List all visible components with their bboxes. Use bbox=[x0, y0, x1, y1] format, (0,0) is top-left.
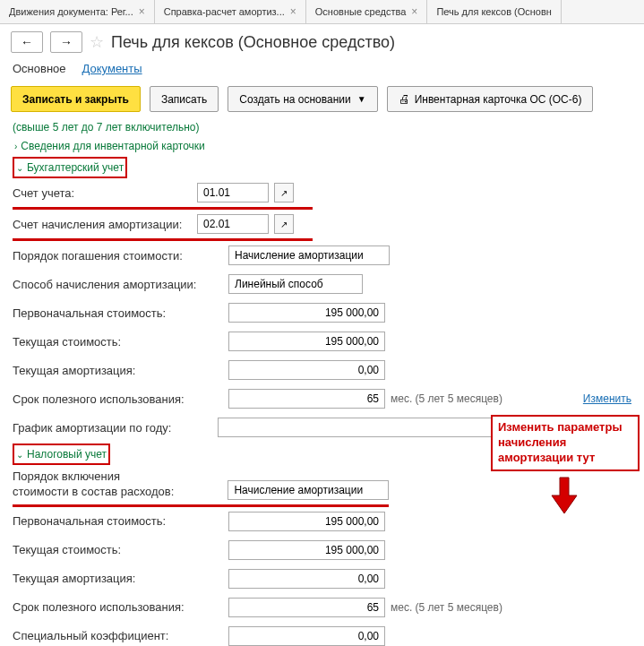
useful-life-input[interactable] bbox=[228, 389, 385, 409]
useful-life-row: Срок полезного использования: мес. (5 ле… bbox=[13, 384, 631, 413]
write-button[interactable]: Записать bbox=[150, 86, 219, 112]
svg-marker-0 bbox=[552, 478, 577, 513]
useful-life-label: Срок полезного использования: bbox=[13, 392, 223, 406]
tab-0[interactable]: Движения документа: Рег...× bbox=[0, 0, 155, 23]
tax-include-input[interactable] bbox=[228, 480, 389, 500]
tax-current-cost-label: Текущая стоимость: bbox=[13, 543, 223, 556]
title-bar: ← → ☆ Печь для кексов (Основное средство… bbox=[0, 24, 644, 56]
current-depr-row: Текущая амортизация: bbox=[13, 356, 631, 384]
change-link[interactable]: Изменить bbox=[583, 392, 631, 405]
annotation-callout: Изменить параметры начисления амортизаци… bbox=[491, 415, 640, 471]
subtab-documents[interactable]: Документы bbox=[82, 62, 142, 75]
current-depr-label: Текущая амортизация: bbox=[13, 364, 223, 377]
tax-useful-life-label: Срок полезного использования: bbox=[13, 600, 223, 614]
current-cost-row: Текущая стоимость: bbox=[13, 327, 631, 356]
tax-useful-life-input[interactable] bbox=[228, 598, 385, 617]
chevron-down-icon: ⌄ bbox=[16, 450, 23, 460]
favorite-star-icon[interactable]: ☆ bbox=[90, 32, 104, 52]
inventory-card-button[interactable]: 🖨Инвентарная карточка ОС (ОС-6) bbox=[387, 86, 594, 112]
current-cost-input[interactable] bbox=[228, 332, 385, 351]
close-icon[interactable]: × bbox=[411, 5, 417, 18]
document-tabs: Движения документа: Рег...× Справка-расч… bbox=[0, 0, 644, 24]
depr-account-label: Счет начисления амортизации: bbox=[13, 218, 192, 231]
current-depr-input[interactable] bbox=[228, 360, 385, 380]
chevron-right-icon: › bbox=[14, 142, 17, 151]
chevron-down-icon: ▼ bbox=[357, 94, 366, 104]
repay-label: Порядок погашения стоимости: bbox=[13, 249, 223, 263]
tax-current-depr-label: Текущая амортизация: bbox=[13, 572, 223, 585]
tax-section-header[interactable]: ⌄ Налоговый учет bbox=[13, 444, 110, 465]
tax-current-depr-row: Текущая амортизация: bbox=[13, 564, 631, 593]
tab-3[interactable]: Печь для кексов (Основн bbox=[427, 0, 562, 23]
initial-cost-input[interactable] bbox=[228, 303, 385, 323]
special-coef-row: Специальный коэффициент: bbox=[13, 622, 631, 646]
method-row: Способ начисления амортизации: bbox=[13, 270, 631, 298]
current-cost-label: Текущая стоимость: bbox=[13, 335, 223, 349]
close-icon[interactable]: × bbox=[290, 5, 296, 18]
account-label: Счет учета: bbox=[13, 186, 192, 200]
back-button[interactable]: ← bbox=[11, 31, 43, 53]
depr-account-input[interactable] bbox=[197, 214, 269, 234]
method-label: Способ начисления амортизации: bbox=[13, 278, 223, 291]
tax-current-cost-row: Текущая стоимость: bbox=[13, 536, 631, 564]
repay-input[interactable] bbox=[228, 245, 390, 265]
sub-tabs: Основное Документы bbox=[0, 56, 644, 81]
repay-row: Порядок погашения стоимости: bbox=[13, 241, 631, 270]
tax-include-label: Порядок включения стоимости в состав рас… bbox=[13, 469, 222, 500]
accounting-section-header[interactable]: ⌄ Бухгалтерский учет bbox=[13, 157, 127, 178]
popup-icon[interactable]: ↗ bbox=[274, 214, 294, 234]
tax-current-cost-input[interactable] bbox=[228, 540, 385, 560]
subtab-main[interactable]: Основное bbox=[13, 62, 66, 75]
depr-account-row: Счет начисления амортизации: ↗ bbox=[13, 210, 313, 241]
schedule-label: График амортизации по году: bbox=[13, 421, 212, 435]
tax-useful-life-row: Срок полезного использования: мес. (5 ле… bbox=[13, 593, 631, 622]
special-coef-input[interactable] bbox=[228, 626, 385, 646]
tax-initial-cost-input[interactable] bbox=[228, 512, 385, 531]
tax-initial-cost-row: Первоначальная стоимость: bbox=[13, 507, 631, 536]
print-icon: 🖨 bbox=[399, 92, 410, 106]
popup-icon[interactable]: ↗ bbox=[274, 183, 294, 202]
tax-initial-cost-label: Первоначальная стоимость: bbox=[13, 514, 223, 528]
initial-cost-label: Первоначальная стоимость: bbox=[13, 306, 223, 320]
truncated-text: (свыше 5 лет до 7 лет включительно) bbox=[13, 119, 631, 135]
method-input[interactable] bbox=[228, 274, 363, 294]
tax-current-depr-input[interactable] bbox=[228, 569, 385, 589]
create-based-button[interactable]: Создать на основании▼ bbox=[228, 86, 377, 112]
special-coef-label: Специальный коэффициент: bbox=[13, 629, 223, 642]
form-content: (свыше 5 лет до 7 лет включительно) › Св… bbox=[0, 117, 644, 646]
useful-life-hint: мес. (5 лет 5 месяцев) bbox=[391, 392, 502, 405]
tax-useful-life-hint: мес. (5 лет 5 месяцев) bbox=[391, 601, 502, 614]
account-row: Счет учета: ↗ bbox=[13, 178, 313, 210]
tab-1[interactable]: Справка-расчет амортиз...× bbox=[155, 0, 306, 23]
tax-include-row: Порядок включения стоимости в состав рас… bbox=[13, 465, 389, 507]
tab-2[interactable]: Основные средства× bbox=[306, 0, 428, 23]
account-input[interactable] bbox=[197, 183, 269, 202]
page-title: Печь для кексов (Основное средство) bbox=[111, 33, 395, 52]
chevron-down-icon: ⌄ bbox=[16, 163, 23, 173]
write-close-button[interactable]: Записать и закрыть bbox=[11, 86, 141, 112]
arrow-down-icon bbox=[545, 476, 584, 515]
forward-button[interactable]: → bbox=[50, 31, 82, 53]
action-bar: Записать и закрыть Записать Создать на о… bbox=[0, 81, 644, 117]
initial-cost-row: Первоначальная стоимость: bbox=[13, 298, 631, 327]
inventory-info-section[interactable]: › Сведения для инвентарной карточки bbox=[13, 137, 631, 155]
close-icon[interactable]: × bbox=[139, 5, 145, 18]
